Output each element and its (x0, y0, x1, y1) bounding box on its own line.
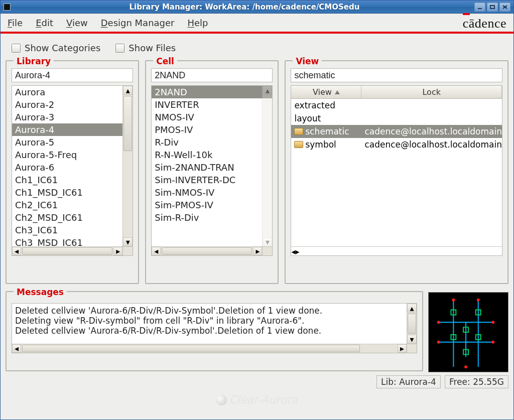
horizontal-scrollbar[interactable]: ◂ ▸ (12, 246, 122, 255)
horizontal-scrollbar[interactable]: ◂▸ (12, 344, 407, 353)
show-categories-checkbox[interactable]: Show Categories (12, 43, 100, 53)
main-panels: Library AuroraAurora-2Aurora-3Aurora-4Au… (1, 57, 513, 289)
cell-item[interactable]: Sim-NMOS-IV (152, 186, 272, 199)
view-input[interactable] (291, 68, 502, 82)
menu-edit[interactable]: Edit (36, 18, 53, 28)
folder-icon (294, 141, 303, 148)
cell-item[interactable]: Sim-PMOS-IV (152, 199, 272, 211)
minimize-button[interactable] (474, 3, 485, 12)
library-item[interactable]: Ch3_IC61 (12, 224, 133, 236)
show-files-checkbox[interactable]: Show Files (115, 43, 176, 53)
col-lock-header[interactable]: Lock (361, 86, 502, 98)
library-item[interactable]: Ch2_IC61 (12, 199, 133, 211)
view-name: extracted (294, 100, 335, 110)
scroll-down-icon[interactable]: ▾ (123, 237, 133, 246)
view-panel: View View Lock extractedlayoutschematicc… (285, 60, 508, 284)
lock-owner: cadence@localhost.localdomain (361, 126, 502, 136)
close-button[interactable] (499, 3, 510, 12)
cell-item[interactable]: NMOS-IV (152, 111, 272, 123)
maximize-button[interactable] (487, 3, 498, 12)
scroll-right-icon[interactable]: ▸ (113, 247, 122, 255)
col-view-header[interactable]: View (291, 86, 361, 98)
library-item[interactable]: Aurora (12, 86, 133, 98)
menubar: File Edit View Design Manager Help cāden… (1, 14, 513, 34)
view-row[interactable]: symbolcadence@localhost.localdomain (291, 138, 502, 151)
message-line: Deleted cellview 'Aurora-6/R-Div/R-Div-S… (15, 306, 414, 316)
library-manager-window: Library Manager: WorkArea: /home/cadence… (0, 0, 514, 420)
view-name: schematic (305, 126, 349, 136)
window-buttons (474, 3, 510, 12)
cell-item[interactable]: Sim-R-Div (152, 211, 272, 224)
cell-listbox[interactable]: 2NANDINVERTERNMOS-IVPMOS-IVR-DivR-N-Well… (151, 85, 273, 256)
options-row: Show Categories Show Files (1, 34, 513, 57)
cell-panel: Cell 2NANDINVERTERNMOS-IVPMOS-IVR-DivR-N… (145, 60, 279, 284)
schematic-preview (428, 292, 508, 372)
library-item[interactable]: Aurora-6 (12, 161, 133, 174)
view-row[interactable]: layout (291, 112, 502, 125)
library-item[interactable]: Ch1_MSD_IC61 (12, 186, 133, 199)
sort-asc-icon (335, 90, 340, 94)
library-item[interactable]: Aurora-4 (12, 123, 133, 136)
vertical-scrollbar[interactable]: ▴▾ (407, 304, 417, 344)
svg-point-9 (437, 321, 440, 324)
cell-item[interactable]: R-N-Well-10k (152, 149, 272, 161)
status-free: Free: 25.55G (445, 375, 508, 388)
view-row[interactable]: extracted (291, 99, 502, 112)
menu-help[interactable]: Help (188, 18, 208, 28)
menu-design-manager[interactable]: Design Manager (101, 18, 175, 28)
status-bar: Lib: Aurora-4 Free: 25.55G (1, 374, 513, 389)
lock-owner: cadence@localhost.localdomain (361, 139, 502, 150)
messages-area: Messages Deleted cellview 'Aurora-6/R-Di… (1, 289, 513, 374)
scroll-left-icon[interactable]: ◂ (12, 247, 21, 255)
view-name: layout (294, 113, 321, 123)
svg-point-14 (477, 299, 480, 302)
folder-icon (294, 128, 303, 135)
scroll-hthumb[interactable] (22, 247, 112, 255)
app-icon (4, 4, 11, 11)
cell-legend: Cell (153, 56, 177, 66)
scroll-thumb[interactable] (123, 96, 132, 151)
library-item[interactable]: Aurora-3 (12, 111, 133, 123)
cell-item[interactable]: Sim-2NAND-TRAN (152, 161, 272, 174)
message-line: Deleted cellview 'Aurora-6/R-Div/R-Div-s… (15, 326, 414, 336)
vertical-scrollbar[interactable]: ▴▾ (262, 86, 272, 246)
horizontal-scrollbar[interactable]: ◂▸ (291, 246, 502, 255)
schematic-thumbnail-icon (429, 293, 508, 372)
titlebar[interactable]: Library Manager: WorkArea: /home/cadence… (1, 1, 513, 14)
library-item[interactable]: Aurora-2 (12, 98, 133, 111)
cell-item[interactable]: Sim-INVERTER-DC (152, 174, 272, 186)
view-name: symbol (305, 139, 336, 150)
scroll-up-icon[interactable]: ▴ (123, 86, 133, 95)
view-table-header[interactable]: View Lock (291, 86, 502, 99)
svg-point-10 (491, 321, 494, 324)
cell-item[interactable]: 2NAND (152, 86, 272, 98)
library-input[interactable] (12, 68, 133, 82)
cell-input[interactable] (151, 68, 273, 82)
message-line: Deleting view "R-Div-symbol" from cell "… (15, 316, 414, 326)
library-legend: Library (14, 56, 54, 66)
cell-item[interactable]: R-Div (152, 136, 272, 149)
horizontal-scrollbar[interactable]: ◂▸ (152, 246, 262, 255)
svg-point-13 (452, 299, 455, 302)
scroll-corner (122, 246, 133, 255)
view-row[interactable]: schematiccadence@localhost.localdomain (291, 125, 502, 138)
checkbox-icon (12, 44, 21, 53)
menu-file[interactable]: File (8, 18, 23, 28)
vertical-scrollbar[interactable]: ▴ ▾ (122, 86, 133, 246)
menu-view[interactable]: View (66, 18, 88, 28)
checkbox-icon (115, 44, 124, 53)
library-item[interactable]: Ch1_IC61 (12, 174, 133, 186)
window-title: Library Manager: WorkArea: /home/cadence… (15, 3, 474, 12)
svg-point-12 (491, 341, 494, 344)
messages-textbox[interactable]: Deleted cellview 'Aurora-6/R-Div/R-Div-S… (12, 303, 417, 353)
cell-item[interactable]: PMOS-IV (152, 123, 272, 136)
library-item[interactable]: Ch2_MSD_IC61 (12, 211, 133, 224)
svg-rect-1 (490, 6, 494, 9)
library-listbox[interactable]: AuroraAurora-2Aurora-3Aurora-4Aurora-5Au… (12, 85, 133, 256)
view-legend: View (293, 56, 322, 66)
library-item[interactable]: Aurora-5-Freq (12, 149, 133, 161)
view-table[interactable]: View Lock extractedlayoutschematiccadenc… (291, 85, 502, 256)
cell-item[interactable]: INVERTER (152, 98, 272, 111)
messages-legend: Messages (14, 287, 67, 297)
library-item[interactable]: Aurora-5 (12, 136, 133, 149)
